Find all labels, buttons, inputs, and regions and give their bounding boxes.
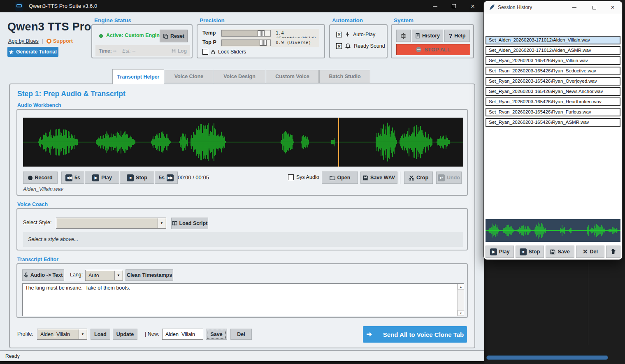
main-window: Qwen3-TTS Pro Suite v3.6.0 ✕ Qwen3 TTS P… bbox=[0, 0, 484, 361]
new-profile-input[interactable] bbox=[162, 329, 203, 340]
session-close-button[interactable]: ✕ bbox=[604, 1, 621, 14]
session-item[interactable]: Set_Ryan_20260203-165426\Ryan_Heartbroke… bbox=[486, 97, 620, 106]
microphone-icon bbox=[24, 272, 28, 278]
scroll-down-icon[interactable]: ▼ bbox=[458, 310, 464, 316]
session-save-button[interactable]: Save bbox=[546, 246, 574, 258]
transcript-editor-title: Transcript Editor bbox=[17, 257, 58, 262]
history-button[interactable]: History bbox=[412, 30, 443, 42]
session-item[interactable]: Set_Ryan_20260203-165426\Ryan_News Ancho… bbox=[486, 87, 620, 96]
record-button[interactable]: Record bbox=[23, 172, 58, 184]
close-button[interactable]: ✕ bbox=[463, 0, 482, 12]
top-p-slider[interactable] bbox=[221, 39, 271, 46]
audio-to-text-button[interactable]: Audio -> Text bbox=[22, 269, 64, 281]
temp-slider[interactable] bbox=[221, 30, 271, 37]
load-script-button[interactable]: Load Script bbox=[171, 218, 208, 229]
session-play-button[interactable]: ▶Play bbox=[486, 246, 514, 258]
textarea-scrollbar[interactable]: ▲ ▼ bbox=[457, 284, 464, 316]
tutorial-icon bbox=[9, 50, 14, 54]
background-scrollbar[interactable] bbox=[486, 355, 608, 360]
tab-custom-voice[interactable]: Custom Voice bbox=[266, 70, 319, 83]
app-by-link[interactable]: App by Blues bbox=[8, 38, 39, 44]
crop-button[interactable]: Crop bbox=[404, 172, 433, 184]
help-label: Help bbox=[454, 33, 465, 39]
stop-all-button[interactable]: STOP ALL bbox=[396, 44, 470, 55]
lang-select[interactable]: Auto ▼ bbox=[85, 270, 123, 281]
desktop: Qwen3-TTS Pro Suite v3.6.0 ✕ Qwen3 TTS P… bbox=[0, 0, 625, 364]
open-button[interactable]: Open bbox=[322, 172, 358, 184]
session-button-row: ▶Play ■Stop Save ✕Del bbox=[486, 246, 620, 258]
session-item[interactable]: Set_Aiden_20260203-171012\Aiden_Villain.… bbox=[486, 36, 620, 44]
stop-button[interactable]: ■Stop bbox=[120, 172, 154, 184]
skip-back-button[interactable]: ◀◀5s bbox=[61, 172, 84, 184]
lang-label: Lang: bbox=[70, 272, 83, 278]
floppy-icon bbox=[550, 249, 555, 255]
session-item[interactable]: Set_Ryan_20260203-165426\Ryan_ASMR.wav bbox=[486, 118, 620, 127]
playhead-cursor[interactable] bbox=[338, 118, 339, 167]
system-group: System History ? Help bbox=[391, 17, 474, 58]
session-item[interactable]: Set_Ryan_20260203-165426\Ryan_Villain.wa… bbox=[486, 56, 620, 65]
sys-audio-checkbox[interactable]: × bbox=[288, 174, 294, 180]
tab-batch-studio[interactable]: Batch Studio bbox=[319, 70, 370, 83]
send-all-button[interactable]: Send All to Voice Clone Tab bbox=[363, 326, 467, 343]
session-item[interactable]: Set_Ryan_20260203-165426\Ryan_Overjoyed.… bbox=[486, 77, 620, 86]
engine-status-title: Engine Status bbox=[94, 17, 131, 23]
engine-time: Time: -- bbox=[99, 48, 116, 54]
session-delete-button[interactable]: ✕Del bbox=[576, 246, 604, 258]
session-item[interactable]: Set_Ryan_20260203-165426\Ryan_Seductive.… bbox=[486, 67, 620, 75]
tab-voice-clone[interactable]: Voice Clone bbox=[165, 70, 213, 83]
temp-label: Temp bbox=[202, 30, 216, 36]
temp-slider-thumb[interactable] bbox=[258, 30, 265, 36]
session-window-title: Session History bbox=[498, 5, 532, 10]
history-icon bbox=[415, 33, 420, 39]
top-p-slider-thumb[interactable] bbox=[260, 40, 267, 46]
tab-voice-design[interactable]: Voice Design bbox=[214, 70, 265, 83]
update-profile-button[interactable]: Update bbox=[113, 329, 137, 340]
engine-status-group: Engine Status Active: Custom Engine Rese… bbox=[91, 17, 193, 58]
style-select[interactable]: ▼ bbox=[56, 218, 166, 229]
title-bar: Qwen3-TTS Pro Suite v3.6.0 ✕ bbox=[0, 0, 484, 12]
session-item[interactable]: Set_Ryan_20260203-165426\Ryan_Furious.wa… bbox=[486, 108, 620, 116]
maximize-button[interactable] bbox=[444, 0, 463, 12]
session-item[interactable]: Set_Aiden_20260203-171012\Aiden_ASMR.wav bbox=[486, 46, 620, 55]
session-waveform-preview[interactable] bbox=[486, 219, 620, 242]
save-profile-button[interactable]: Save bbox=[206, 329, 227, 340]
reset-button[interactable]: Reset bbox=[160, 30, 188, 42]
folder-icon bbox=[330, 175, 335, 180]
minimize-button[interactable] bbox=[425, 0, 444, 12]
dropdown-arrow-icon[interactable]: ▼ bbox=[114, 271, 122, 280]
save-wav-button[interactable]: Save WAV bbox=[360, 172, 397, 184]
session-trash-button[interactable] bbox=[606, 246, 620, 258]
support-link[interactable]: Support bbox=[53, 38, 73, 44]
skip-forward-button[interactable]: 5s▶▶ bbox=[155, 172, 178, 184]
profile-label: Profile: bbox=[17, 331, 33, 337]
generate-tutorial-button[interactable]: Generate Tutorial bbox=[7, 47, 58, 57]
undo-button[interactable]: ↩ Undo bbox=[436, 172, 462, 184]
lock-sliders-checkbox[interactable]: × bbox=[202, 49, 208, 55]
session-title-bar: Session History ✕ bbox=[484, 1, 622, 14]
settings-button[interactable] bbox=[396, 30, 411, 42]
play-button[interactable]: ▶Play bbox=[85, 172, 119, 184]
profile-select[interactable]: Aiden_Villain ▼ bbox=[37, 329, 87, 340]
dropdown-arrow-icon[interactable]: ▼ bbox=[79, 329, 86, 339]
session-maximize-button[interactable] bbox=[585, 1, 603, 14]
load-profile-button[interactable]: Load bbox=[91, 329, 110, 340]
clean-timestamps-button[interactable]: Clean Timestamps bbox=[125, 269, 173, 281]
log-button[interactable]: Log bbox=[171, 48, 187, 54]
waveform-display[interactable] bbox=[23, 118, 463, 167]
engine-active-label: Active: Custom Engine bbox=[106, 32, 163, 38]
session-stop-button[interactable]: ■Stop bbox=[516, 246, 544, 258]
play-icon: ▶ bbox=[490, 248, 497, 255]
question-icon: ? bbox=[449, 32, 453, 39]
dropdown-arrow-icon[interactable]: ▼ bbox=[158, 218, 165, 228]
tab-transcript-helper[interactable]: Transcript Helper bbox=[112, 69, 164, 84]
feather-icon bbox=[489, 4, 495, 11]
select-style-label: Select Style: bbox=[23, 220, 51, 225]
help-button[interactable]: ? Help bbox=[444, 30, 470, 42]
ready-sound-checkbox[interactable]: × bbox=[336, 43, 342, 49]
session-minimize-button[interactable] bbox=[565, 1, 583, 14]
transcript-textarea[interactable]: The king must be insane. Take of them bo… bbox=[23, 284, 457, 316]
delete-profile-button[interactable]: Del bbox=[230, 329, 252, 340]
auto-play-checkbox[interactable]: × bbox=[336, 32, 342, 37]
scroll-up-icon[interactable]: ▲ bbox=[458, 284, 464, 290]
log-icon bbox=[171, 49, 176, 53]
